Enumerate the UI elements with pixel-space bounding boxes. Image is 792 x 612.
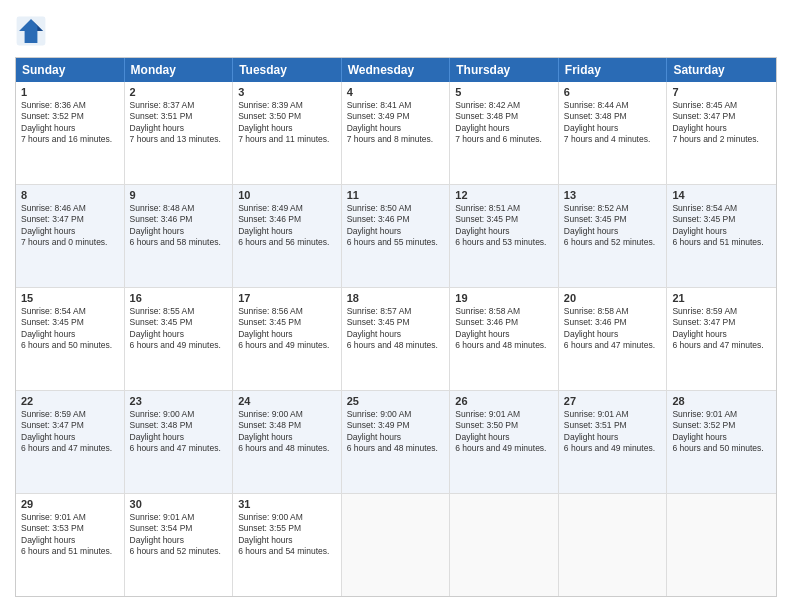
day-number: 17: [238, 292, 336, 304]
calendar-cell: [342, 494, 451, 596]
cell-text: Sunrise: 8:41 AMSunset: 3:49 PMDaylight …: [347, 100, 445, 146]
day-number: 9: [130, 189, 228, 201]
cell-text: Sunrise: 8:59 AMSunset: 3:47 PMDaylight …: [672, 306, 771, 352]
calendar-cell: 2Sunrise: 8:37 AMSunset: 3:51 PMDaylight…: [125, 82, 234, 184]
cell-text: Sunrise: 8:45 AMSunset: 3:47 PMDaylight …: [672, 100, 771, 146]
header-day: Sunday: [16, 58, 125, 82]
calendar-week-row: 1Sunrise: 8:36 AMSunset: 3:52 PMDaylight…: [16, 82, 776, 185]
calendar-week-row: 8Sunrise: 8:46 AMSunset: 3:47 PMDaylight…: [16, 185, 776, 288]
cell-text: Sunrise: 9:01 AMSunset: 3:54 PMDaylight …: [130, 512, 228, 558]
day-number: 4: [347, 86, 445, 98]
logo-icon: [15, 15, 47, 47]
day-number: 19: [455, 292, 553, 304]
calendar-cell: 14Sunrise: 8:54 AMSunset: 3:45 PMDayligh…: [667, 185, 776, 287]
calendar-cell: 12Sunrise: 8:51 AMSunset: 3:45 PMDayligh…: [450, 185, 559, 287]
header: [15, 15, 777, 47]
calendar-cell: 28Sunrise: 9:01 AMSunset: 3:52 PMDayligh…: [667, 391, 776, 493]
calendar-cell: 1Sunrise: 8:36 AMSunset: 3:52 PMDaylight…: [16, 82, 125, 184]
day-number: 13: [564, 189, 662, 201]
day-number: 25: [347, 395, 445, 407]
day-number: 22: [21, 395, 119, 407]
day-number: 11: [347, 189, 445, 201]
page: SundayMondayTuesdayWednesdayThursdayFrid…: [0, 0, 792, 612]
cell-text: Sunrise: 9:00 AMSunset: 3:55 PMDaylight …: [238, 512, 336, 558]
day-number: 3: [238, 86, 336, 98]
cell-text: Sunrise: 8:42 AMSunset: 3:48 PMDaylight …: [455, 100, 553, 146]
day-number: 30: [130, 498, 228, 510]
calendar-cell: 8Sunrise: 8:46 AMSunset: 3:47 PMDaylight…: [16, 185, 125, 287]
cell-text: Sunrise: 8:56 AMSunset: 3:45 PMDaylight …: [238, 306, 336, 352]
calendar-week-row: 22Sunrise: 8:59 AMSunset: 3:47 PMDayligh…: [16, 391, 776, 494]
day-number: 5: [455, 86, 553, 98]
calendar-cell: 3Sunrise: 8:39 AMSunset: 3:50 PMDaylight…: [233, 82, 342, 184]
cell-text: Sunrise: 8:59 AMSunset: 3:47 PMDaylight …: [21, 409, 119, 455]
day-number: 31: [238, 498, 336, 510]
calendar-cell: 18Sunrise: 8:57 AMSunset: 3:45 PMDayligh…: [342, 288, 451, 390]
calendar: SundayMondayTuesdayWednesdayThursdayFrid…: [15, 57, 777, 597]
calendar-cell: 16Sunrise: 8:55 AMSunset: 3:45 PMDayligh…: [125, 288, 234, 390]
day-number: 12: [455, 189, 553, 201]
calendar-cell: 26Sunrise: 9:01 AMSunset: 3:50 PMDayligh…: [450, 391, 559, 493]
calendar-cell: 15Sunrise: 8:54 AMSunset: 3:45 PMDayligh…: [16, 288, 125, 390]
day-number: 10: [238, 189, 336, 201]
calendar-cell: 17Sunrise: 8:56 AMSunset: 3:45 PMDayligh…: [233, 288, 342, 390]
calendar-cell: 4Sunrise: 8:41 AMSunset: 3:49 PMDaylight…: [342, 82, 451, 184]
calendar-cell: 29Sunrise: 9:01 AMSunset: 3:53 PMDayligh…: [16, 494, 125, 596]
cell-text: Sunrise: 9:01 AMSunset: 3:50 PMDaylight …: [455, 409, 553, 455]
day-number: 23: [130, 395, 228, 407]
day-number: 15: [21, 292, 119, 304]
cell-text: Sunrise: 8:48 AMSunset: 3:46 PMDaylight …: [130, 203, 228, 249]
calendar-cell: 25Sunrise: 9:00 AMSunset: 3:49 PMDayligh…: [342, 391, 451, 493]
day-number: 16: [130, 292, 228, 304]
calendar-cell: [667, 494, 776, 596]
header-day: Monday: [125, 58, 234, 82]
calendar-cell: 9Sunrise: 8:48 AMSunset: 3:46 PMDaylight…: [125, 185, 234, 287]
header-day: Wednesday: [342, 58, 451, 82]
calendar-cell: 7Sunrise: 8:45 AMSunset: 3:47 PMDaylight…: [667, 82, 776, 184]
calendar-cell: 21Sunrise: 8:59 AMSunset: 3:47 PMDayligh…: [667, 288, 776, 390]
calendar-header: SundayMondayTuesdayWednesdayThursdayFrid…: [16, 58, 776, 82]
cell-text: Sunrise: 9:01 AMSunset: 3:52 PMDaylight …: [672, 409, 771, 455]
day-number: 24: [238, 395, 336, 407]
cell-text: Sunrise: 8:37 AMSunset: 3:51 PMDaylight …: [130, 100, 228, 146]
day-number: 6: [564, 86, 662, 98]
calendar-week-row: 29Sunrise: 9:01 AMSunset: 3:53 PMDayligh…: [16, 494, 776, 596]
cell-text: Sunrise: 8:58 AMSunset: 3:46 PMDaylight …: [455, 306, 553, 352]
calendar-cell: [559, 494, 668, 596]
cell-text: Sunrise: 8:39 AMSunset: 3:50 PMDaylight …: [238, 100, 336, 146]
day-number: 28: [672, 395, 771, 407]
day-number: 27: [564, 395, 662, 407]
cell-text: Sunrise: 9:00 AMSunset: 3:49 PMDaylight …: [347, 409, 445, 455]
calendar-week-row: 15Sunrise: 8:54 AMSunset: 3:45 PMDayligh…: [16, 288, 776, 391]
calendar-cell: 10Sunrise: 8:49 AMSunset: 3:46 PMDayligh…: [233, 185, 342, 287]
header-day: Thursday: [450, 58, 559, 82]
logo: [15, 15, 51, 47]
calendar-cell: 6Sunrise: 8:44 AMSunset: 3:48 PMDaylight…: [559, 82, 668, 184]
day-number: 26: [455, 395, 553, 407]
day-number: 8: [21, 189, 119, 201]
cell-text: Sunrise: 8:58 AMSunset: 3:46 PMDaylight …: [564, 306, 662, 352]
calendar-cell: 11Sunrise: 8:50 AMSunset: 3:46 PMDayligh…: [342, 185, 451, 287]
cell-text: Sunrise: 9:00 AMSunset: 3:48 PMDaylight …: [238, 409, 336, 455]
cell-text: Sunrise: 9:01 AMSunset: 3:51 PMDaylight …: [564, 409, 662, 455]
cell-text: Sunrise: 8:51 AMSunset: 3:45 PMDaylight …: [455, 203, 553, 249]
calendar-cell: 30Sunrise: 9:01 AMSunset: 3:54 PMDayligh…: [125, 494, 234, 596]
cell-text: Sunrise: 8:57 AMSunset: 3:45 PMDaylight …: [347, 306, 445, 352]
day-number: 14: [672, 189, 771, 201]
calendar-cell: 24Sunrise: 9:00 AMSunset: 3:48 PMDayligh…: [233, 391, 342, 493]
calendar-cell: [450, 494, 559, 596]
day-number: 18: [347, 292, 445, 304]
calendar-cell: 13Sunrise: 8:52 AMSunset: 3:45 PMDayligh…: [559, 185, 668, 287]
calendar-cell: 27Sunrise: 9:01 AMSunset: 3:51 PMDayligh…: [559, 391, 668, 493]
cell-text: Sunrise: 8:55 AMSunset: 3:45 PMDaylight …: [130, 306, 228, 352]
cell-text: Sunrise: 8:54 AMSunset: 3:45 PMDaylight …: [672, 203, 771, 249]
day-number: 2: [130, 86, 228, 98]
cell-text: Sunrise: 9:01 AMSunset: 3:53 PMDaylight …: [21, 512, 119, 558]
calendar-cell: 5Sunrise: 8:42 AMSunset: 3:48 PMDaylight…: [450, 82, 559, 184]
day-number: 21: [672, 292, 771, 304]
calendar-cell: 22Sunrise: 8:59 AMSunset: 3:47 PMDayligh…: [16, 391, 125, 493]
cell-text: Sunrise: 8:36 AMSunset: 3:52 PMDaylight …: [21, 100, 119, 146]
day-number: 1: [21, 86, 119, 98]
day-number: 29: [21, 498, 119, 510]
header-day: Friday: [559, 58, 668, 82]
